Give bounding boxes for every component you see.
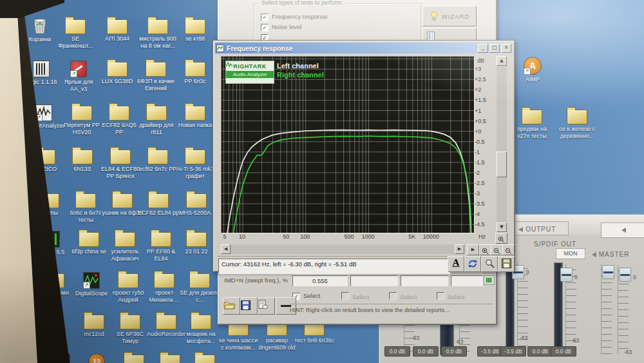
scrollbar-thumb[interactable] <box>497 152 507 177</box>
chart-plot-area[interactable]: RIGHTARK Audio Analyzer Left channel Rig… <box>221 56 475 233</box>
select-checkbox-1[interactable]: Select <box>341 292 369 300</box>
save-chart-button[interactable] <box>498 256 515 272</box>
inspect-button[interactable] <box>481 256 498 272</box>
test-checkbox-Frequency response[interactable]: ✓Frequency response <box>261 13 328 21</box>
result-value-box-empty[interactable] <box>401 275 448 286</box>
scroll-up-button[interactable]: ▲ <box>497 56 507 66</box>
checkbox-label: Noise level <box>272 23 301 30</box>
desktop-icon-Перпетум-PP-HSV20[interactable]: Перпетум PP HSV20 <box>61 103 103 136</box>
checkbox[interactable]: ✓ <box>261 24 269 32</box>
desktop-icon-лампы-умн[interactable]: лампы умн <box>33 271 75 297</box>
desktop-icon-MHS-5200A-[interactable]: MHS-5200A.. <box>175 191 218 217</box>
desktop-icon-6N13S[interactable]: 6N13S <box>61 147 104 173</box>
close-button[interactable]: × <box>501 44 511 53</box>
folder-icon <box>109 106 129 121</box>
fader-db-readout[interactable]: 0.0 dB <box>413 346 439 357</box>
desktop-icon-ECF82-EL84-pp[interactable]: ECF82 EL84 pp <box>137 191 180 217</box>
fader-db-readout[interactable]: 0.0 dB <box>551 346 576 357</box>
spectrum-mini-button[interactable] <box>484 275 495 285</box>
fader-knob[interactable] <box>619 268 631 282</box>
desktop-icon-SE-Франкеншт-[interactable]: SE Франкеншт... <box>54 17 97 50</box>
desktop-icon-6Ф3П-в-качме-Евгений[interactable]: 6Ф3П в качме Евгений <box>135 59 177 92</box>
minimize-button[interactable]: _ <box>478 44 488 53</box>
fader-knob[interactable] <box>560 268 573 282</box>
font-button[interactable]: A <box>448 256 464 272</box>
zoom-in-button[interactable] <box>479 244 491 255</box>
scroll-down-button[interactable]: ▼ <box>497 222 507 232</box>
desktop-icon-se-кт88[interactable]: se кт88 <box>174 17 216 43</box>
desktop-icon-label: AIMP <box>511 76 554 83</box>
desktop-icon-label: ecf82 6n7c PP <box>137 166 179 173</box>
app-rmaa-icon <box>43 231 60 248</box>
desktop-icon-LUX-5G38D[interactable]: LUX 5G38D <box>96 59 138 85</box>
desktop-icon-AIMP[interactable]: AAIMP <box>511 55 554 83</box>
desktop-icon-PP-EICO[interactable]: PP EICO <box>24 147 66 173</box>
desktop-icon-драйвер-для-r811[interactable]: драйвер для r811 <box>135 103 178 136</box>
desktop-icon-PP-6п3с[interactable]: PP 6п3с <box>174 59 216 85</box>
pan-right-button[interactable]: ▶ <box>467 244 479 255</box>
fader-db-readout[interactable]: 0.0 dB <box>527 346 553 357</box>
desktop-icon-SE-для-дизель-с-[interactable]: SE для дизель с... <box>178 271 221 304</box>
mixer-master-label: MASTER <box>599 251 630 258</box>
fader-knob[interactable] <box>602 265 614 279</box>
result-value-box-empty[interactable] <box>350 275 398 286</box>
desktop-icon-предвак-на-к27п-тесты[interactable]: предвак на к27п тесты <box>511 107 553 140</box>
desktop-icon-label: ECF82 EL84 pp <box>137 210 180 217</box>
desktop-icon-label: драйвер для r811 <box>135 122 178 136</box>
desktop-icon-EL84-ECF80-PP-Брянск[interactable]: EL84 & ECF80 PP Брянск <box>99 147 142 180</box>
folder-icon <box>567 110 587 124</box>
y-tick-label: +2.5 <box>475 76 486 83</box>
select-checkbox-0[interactable]: ✓Select <box>292 292 320 300</box>
desktop-icon-Multi-VrAnalyzer[interactable]: Multi VrAnalyzer <box>23 103 65 130</box>
result-value-box-empty[interactable] <box>451 275 483 286</box>
title-bar[interactable]: Frequency response _ □ × <box>215 43 513 54</box>
test-checkbox-Noise level[interactable]: ✓Noise level <box>261 23 301 32</box>
desktop-icon-label: Перпетум PP HSV20 <box>61 122 103 136</box>
x-tick-label: 1000 <box>362 233 375 240</box>
desktop-icon-мощник-на-мосфета-[interactable]: мощник на мосфета... <box>180 312 222 345</box>
x-axis-labels: 5105010050010005K10000 <box>221 233 473 242</box>
desktop-icon-Новая-папка[interactable]: Новая папка <box>174 103 216 129</box>
wizard-button[interactable]: WIZARD <box>422 6 477 26</box>
checkbox[interactable] <box>389 292 397 300</box>
desktop-icon-23-01-22[interactable]: 23 01 22 <box>175 230 218 255</box>
fader-db-readout[interactable]: 0.0 dB <box>441 346 467 357</box>
desktop-icon-ecf82-6n7c-PP[interactable]: ecf82 6n7c PP <box>137 147 179 173</box>
horizontal-scrollbar[interactable]: ◀ ▶ <box>221 244 464 254</box>
desktop-icon-Ярлык-для-AA_v3[interactable]: Ярлык для AA_v3 <box>57 59 100 93</box>
maximize-button[interactable]: □ <box>489 44 500 53</box>
y-tick-label: +0 <box>475 128 481 135</box>
vertical-scrollbar[interactable]: ▲ ▼ <box>497 56 507 232</box>
open-button[interactable] <box>223 297 240 315</box>
checkbox[interactable]: ✓ <box>261 14 269 21</box>
zoom-out-button[interactable] <box>491 244 503 255</box>
select-checkbox-3[interactable]: Select <box>437 292 464 300</box>
mixer-mon-box[interactable]: MON <box>556 248 585 259</box>
checkbox[interactable] <box>341 292 349 300</box>
scroll-left-button[interactable]: ◀ <box>221 244 231 254</box>
report-button[interactable] <box>258 297 275 315</box>
mixer-tab-blank[interactable] <box>601 222 644 238</box>
desktop-icon-Ai-Ti-5-36-mk3-графит[interactable]: Ai-Ti 5-36 mk3 графит <box>174 147 216 180</box>
fader-db-readout[interactable]: -3.5 dB <box>500 346 526 357</box>
desktop-icon-RMAA-5-5[interactable]: RMAA 5.5 <box>30 230 73 256</box>
desktop-icon-AITi-3044[interactable]: AITi 3044 <box>96 17 138 43</box>
checkbox[interactable] <box>437 292 444 300</box>
imdn-value-box[interactable]: 0.555 <box>292 275 348 286</box>
refresh-button[interactable] <box>464 256 481 272</box>
desktop-icon-44[interactable]: 12 <box>75 352 118 363</box>
desktop-icon-Logic-1-1-16[interactable]: Logic 1.1.16 <box>20 59 62 86</box>
desktop-icon-мистраль-900-на-8-ом-наг[interactable]: мистраль 900 на 8 ом наг... <box>137 17 179 50</box>
zoom-corner-button[interactable] <box>495 233 507 244</box>
save-button[interactable] <box>240 297 258 315</box>
select-checkbox-2[interactable]: Select <box>389 292 417 300</box>
refresh-icon <box>468 259 478 269</box>
fader-db-readout[interactable]: -3.5 dB <box>477 346 503 357</box>
desktop-icon-се-в-железе-с-деревянно-[interactable]: се в железе с деревянно... <box>556 107 598 140</box>
zoom-reset-button[interactable] <box>502 244 515 255</box>
desktop-icon-ECF82-6AQ5-PP[interactable]: ECF82 6AQ5 PP <box>98 103 140 136</box>
x-tick-label: 500 <box>345 233 354 240</box>
desktop-icon-47[interactable] <box>184 352 226 363</box>
fader-db-readout[interactable]: 0.0 dB <box>384 346 410 357</box>
scroll-right-button[interactable]: ▶ <box>455 244 464 254</box>
